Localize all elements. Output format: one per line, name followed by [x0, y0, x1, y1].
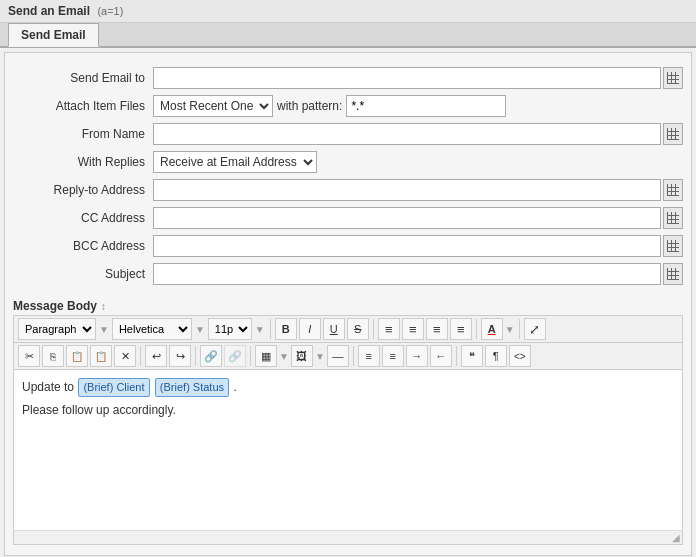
grid-icon-2 — [667, 128, 679, 140]
strikethrough-button[interactable]: S — [347, 318, 369, 340]
align-center-button[interactable]: ≡ — [402, 318, 424, 340]
send-email-to-row: Send Email to [(Ref Project) Team (Email… — [13, 67, 683, 89]
cut-button[interactable]: ✂ — [18, 345, 40, 367]
send-email-to-grid-btn[interactable] — [663, 67, 683, 89]
send-email-to-label: Send Email to — [13, 71, 153, 85]
fullscreen-button[interactable]: ⤢ — [524, 318, 546, 340]
toolbar-separator-9 — [456, 346, 457, 366]
attach-item-files-select[interactable]: Most Recent One All None — [153, 95, 273, 117]
resize-icon: ↕ — [101, 301, 106, 312]
indent-button[interactable]: → — [406, 345, 428, 367]
quote-button[interactable]: ❝ — [461, 345, 483, 367]
outdent-button[interactable]: ← — [430, 345, 452, 367]
undo-button[interactable]: ↩ — [145, 345, 167, 367]
send-email-to-input-group: [(Ref Project) Team (Email)] — [153, 67, 683, 89]
image-button[interactable]: 🖼 — [291, 345, 313, 367]
paste-button[interactable]: 📋 — [66, 345, 88, 367]
bcc-address-label: BCC Address — [13, 239, 153, 253]
brief-client-tag[interactable]: (Brief) Client — [78, 378, 149, 397]
brief-status-tag[interactable]: (Brief) Status — [155, 378, 229, 397]
reply-to-label: Reply-to Address — [13, 183, 153, 197]
from-name-grid-btn[interactable] — [663, 123, 683, 145]
toolbar-separator-5 — [140, 346, 141, 366]
toolbar-separator-6 — [195, 346, 196, 366]
subject-label: Subject — [13, 267, 153, 281]
message-body-editor: Paragraph Heading 1 Heading 2 ▼ Helvetic… — [13, 315, 683, 545]
from-name-label: From Name — [13, 127, 153, 141]
resize-handle[interactable]: ◢ — [14, 530, 682, 544]
special-char-button[interactable]: ¶ — [485, 345, 507, 367]
toolbar-row-1: Paragraph Heading 1 Heading 2 ▼ Helvetic… — [14, 316, 682, 343]
pattern-input[interactable] — [346, 95, 506, 117]
reply-to-grid-btn[interactable] — [663, 179, 683, 201]
editor-line-1: Update to (Brief) Client (Brief) Status … — [22, 378, 674, 397]
grid-icon-6 — [667, 268, 679, 280]
from-name-input[interactable]: Citrix Podio — [153, 123, 661, 145]
grid-icon — [667, 72, 679, 84]
attach-item-files-label: Attach Item Files — [13, 99, 153, 113]
toolbar-separator-2 — [373, 319, 374, 339]
code-button[interactable]: <> — [509, 345, 531, 367]
pattern-label: with pattern: — [277, 99, 342, 113]
editor-line-2: Please follow up accordingly. — [22, 401, 674, 419]
with-replies-label: With Replies — [13, 155, 153, 169]
from-name-row: From Name Citrix Podio — [13, 123, 683, 145]
cc-address-label: CC Address — [13, 211, 153, 225]
reply-to-input[interactable] — [153, 179, 661, 201]
tab-send-email[interactable]: Send Email — [8, 23, 99, 47]
grid-icon-4 — [667, 212, 679, 224]
subject-input[interactable]: [(Brief) Project Name] Update — [153, 263, 661, 285]
grid-icon-5 — [667, 240, 679, 252]
link-button[interactable]: 🔗 — [200, 345, 222, 367]
ol-button[interactable]: ≡ — [382, 345, 404, 367]
unlink-button[interactable]: 🔗 — [224, 345, 246, 367]
copy-button[interactable]: ⎘ — [42, 345, 64, 367]
subject-row: Subject [(Brief) Project Name] Update — [13, 263, 683, 285]
top-bar-title: Send an Email — [8, 4, 90, 18]
subject-grid-btn[interactable] — [663, 263, 683, 285]
align-right-button[interactable]: ≡ — [426, 318, 448, 340]
bcc-address-input-group — [153, 235, 683, 257]
cc-address-grid-btn[interactable] — [663, 207, 683, 229]
font-select[interactable]: Helvetica Arial Times New Roman — [112, 318, 192, 340]
attach-item-files-row: Attach Item Files Most Recent One All No… — [13, 95, 683, 117]
line1-suffix: . — [233, 380, 236, 394]
underline-button[interactable]: U — [323, 318, 345, 340]
from-name-input-group: Citrix Podio — [153, 123, 683, 145]
update-to-text: Update to — [22, 380, 74, 394]
hr-button[interactable]: — — [327, 345, 349, 367]
ul-button[interactable]: ≡ — [358, 345, 380, 367]
table-button[interactable]: ▦ — [255, 345, 277, 367]
cc-address-input-group — [153, 207, 683, 229]
top-bar-badge: (a=1) — [97, 5, 123, 17]
eraser-button[interactable]: ✕ — [114, 345, 136, 367]
align-left-button[interactable]: ≡ — [378, 318, 400, 340]
bcc-address-row: BCC Address — [13, 235, 683, 257]
cc-address-input[interactable] — [153, 207, 661, 229]
main-container: Send Email to [(Ref Project) Team (Email… — [4, 52, 692, 556]
font-color-button[interactable]: A — [481, 318, 503, 340]
form-section: Send Email to [(Ref Project) Team (Email… — [5, 63, 691, 295]
toolbar-separator-4 — [519, 319, 520, 339]
redo-button[interactable]: ↪ — [169, 345, 191, 367]
reply-to-input-group — [153, 179, 683, 201]
bcc-address-input[interactable] — [153, 235, 661, 257]
top-bar: Send an Email (a=1) — [0, 0, 696, 23]
cc-address-row: CC Address — [13, 207, 683, 229]
italic-button[interactable]: I — [299, 318, 321, 340]
special-paste-button[interactable]: 📋 — [90, 345, 112, 367]
with-replies-select[interactable]: Receive at Email Address Do Not Receive — [153, 151, 317, 173]
bold-button[interactable]: B — [275, 318, 297, 340]
paragraph-select[interactable]: Paragraph Heading 1 Heading 2 — [18, 318, 96, 340]
send-email-to-input[interactable]: [(Ref Project) Team (Email)] — [153, 67, 661, 89]
toolbar-separator-1 — [270, 319, 271, 339]
bcc-address-grid-btn[interactable] — [663, 235, 683, 257]
align-justify-button[interactable]: ≡ — [450, 318, 472, 340]
attach-item-files-group: Most Recent One All None with pattern: — [153, 95, 683, 117]
toolbar-separator-8 — [353, 346, 354, 366]
toolbar-separator-7 — [250, 346, 251, 366]
editor-content[interactable]: Update to (Brief) Client (Brief) Status … — [14, 370, 682, 530]
toolbar-separator-3 — [476, 319, 477, 339]
font-size-select[interactable]: 11pt 10pt 12pt — [208, 318, 252, 340]
with-replies-row: With Replies Receive at Email Address Do… — [13, 151, 683, 173]
